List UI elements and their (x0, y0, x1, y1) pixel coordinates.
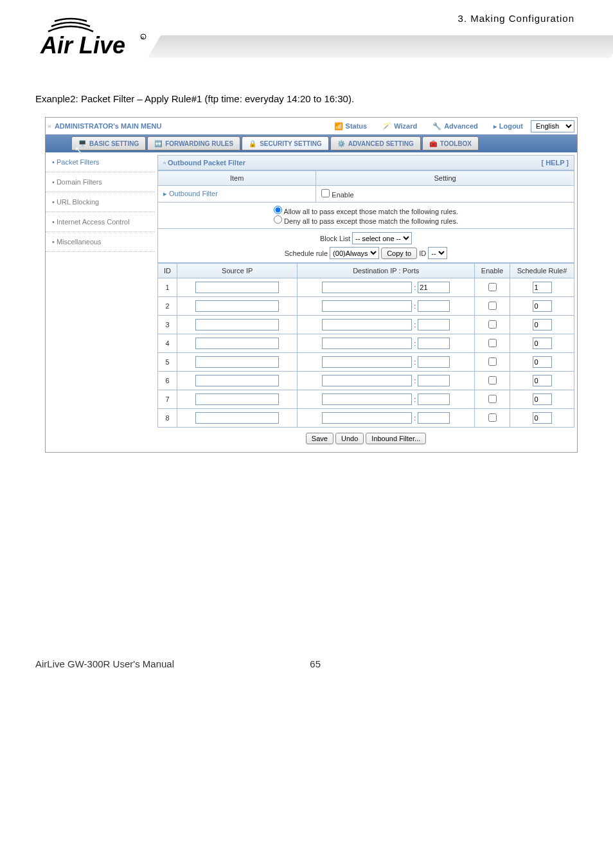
block-list-select[interactable]: -- select one -- (352, 232, 412, 244)
schedule-rule-input[interactable] (533, 282, 552, 293)
dest-ip-input[interactable] (322, 300, 412, 312)
source-ip-input[interactable] (195, 319, 279, 330)
deny-label: Deny all to pass except those match the … (284, 217, 458, 225)
source-ip-input[interactable] (195, 375, 279, 386)
sidebar-domain-filters-label: Domain Filters (57, 178, 102, 186)
deny-radio[interactable] (274, 215, 282, 224)
tab-advanced[interactable]: 🔧 Advanced (425, 122, 486, 131)
dest-ip-input[interactable] (322, 356, 412, 368)
row-enable-checkbox[interactable] (488, 413, 497, 422)
admin-menu-title: ADMINISTRATOR's MAIN MENU (51, 122, 326, 130)
pass-rules-cell: Allow all to pass except those match the… (158, 203, 574, 229)
id-select[interactable]: -- (428, 247, 447, 259)
airlive-logo: Air Live R (35, 10, 151, 63)
sidebar-item-packet-filters[interactable]: • Packet Filters (46, 152, 155, 172)
nav-advanced-setting[interactable]: ⚙️ ADVANCED SETTING (330, 136, 421, 150)
source-ip-input[interactable] (195, 356, 279, 368)
save-button[interactable]: Save (306, 433, 333, 444)
col-item: Item (158, 171, 316, 186)
sidebar-item-miscellaneous[interactable]: • Miscellaneous (46, 232, 155, 252)
sidebar-item-url-blocking[interactable]: • URL Blocking (46, 192, 155, 212)
row-id: 2 (158, 297, 177, 316)
schedule-rule-input[interactable] (533, 356, 552, 368)
source-ip-input[interactable] (195, 300, 279, 312)
row-enable-checkbox[interactable] (488, 357, 497, 366)
nav-forwarding-rules[interactable]: ↔️ FORWARDING RULES (147, 136, 240, 150)
enable-label: Enable (332, 191, 353, 199)
enable-checkbox[interactable] (321, 189, 330, 197)
port-input[interactable] (418, 375, 450, 386)
inbound-filter-button[interactable]: Inbound Filter... (366, 433, 426, 444)
sidebar-misc-label: Miscellaneous (57, 238, 102, 246)
row-enable-checkbox[interactable] (488, 376, 497, 384)
allow-radio[interactable] (274, 206, 282, 214)
dest-ip-input[interactable] (322, 319, 412, 330)
nav-toolbox[interactable]: 🧰 TOOLBOX (422, 136, 479, 150)
language-select[interactable]: English (531, 120, 574, 132)
schedule-rule-input[interactable] (533, 300, 552, 312)
example-caption: Exanple2: Packet Filter – Apply Rule#1 (… (35, 93, 613, 104)
row-id: 5 (158, 353, 177, 372)
port-input[interactable] (418, 338, 450, 349)
help-link[interactable]: [ HELP ] (541, 159, 569, 167)
sidebar-url-blocking-label: URL Blocking (57, 198, 99, 206)
breadcrumb: 3. Making Configuration (458, 13, 574, 24)
source-ip-input[interactable] (195, 338, 279, 349)
row-id: 4 (158, 334, 177, 353)
col-rule-hdr: Schedule Rule# (510, 264, 574, 278)
port-input[interactable] (418, 282, 450, 293)
security-icon: 🔒 (249, 140, 256, 147)
source-ip-input[interactable] (195, 412, 279, 424)
router-config-window: ▫ ADMINISTRATOR's MAIN MENU 📶 Status 🪄 W… (45, 117, 578, 453)
schedule-rule-label: Schedule rule (285, 249, 328, 257)
row-enable-checkbox[interactable] (488, 339, 497, 347)
source-ip-input[interactable] (195, 282, 279, 293)
dest-ip-input[interactable] (322, 282, 412, 293)
svg-text:Air Live: Air Live (40, 32, 125, 59)
copy-to-button[interactable]: Copy to (381, 248, 417, 259)
dest-ip-input[interactable] (322, 338, 412, 349)
panel-title: ▫ Outbound Packet Filter (163, 159, 245, 167)
port-input[interactable] (418, 412, 450, 424)
schedule-rule-input[interactable] (533, 412, 552, 424)
allow-label: Allow all to pass except those match the… (283, 208, 458, 215)
schedule-rule-input[interactable] (533, 375, 552, 386)
nav-security-setting[interactable]: 🔒 SECURITY SETTING (242, 136, 329, 150)
nav-toolbox-label: TOOLBOX (440, 140, 472, 147)
tab-status[interactable]: 📶 Status (326, 122, 375, 131)
sidebar-item-domain-filters[interactable]: • Domain Filters (46, 172, 155, 192)
outbound-filter-item: ▸ Outbound Filter (158, 186, 316, 203)
nav-adv-label: ADVANCED SETTING (348, 140, 414, 147)
nav-basic-setting[interactable]: 🖥️ BASIC SETTING (71, 136, 146, 150)
row-id: 3 (158, 316, 177, 334)
sidebar-internet-access-label: Internet Access Control (57, 218, 130, 226)
port-input[interactable] (418, 393, 450, 405)
schedule-rule-input[interactable] (533, 319, 552, 330)
schedule-rule-select[interactable]: (00)Always (330, 247, 379, 259)
tab-wizard[interactable]: 🪄 Wizard (375, 122, 425, 131)
port-input[interactable] (418, 356, 450, 368)
port-input[interactable] (418, 319, 450, 330)
port-input[interactable] (418, 300, 450, 312)
id-label: ID (419, 249, 426, 257)
row-enable-checkbox[interactable] (488, 320, 497, 329)
advanced-label: Advanced (444, 122, 478, 130)
row-id: 6 (158, 372, 177, 390)
table-row: 7 : (158, 390, 574, 409)
status-icon: 📶 (334, 122, 343, 131)
dest-ip-input[interactable] (322, 412, 412, 424)
schedule-rule-input[interactable] (533, 338, 552, 349)
logout-link[interactable]: ▸ Logout (486, 122, 531, 130)
undo-button[interactable]: Undo (335, 433, 364, 444)
row-id: 7 (158, 390, 177, 409)
logout-label: Logout (499, 122, 523, 130)
schedule-rule-input[interactable] (533, 393, 552, 405)
source-ip-input[interactable] (195, 393, 279, 405)
dest-ip-input[interactable] (322, 375, 412, 386)
dest-ip-input[interactable] (322, 393, 412, 405)
row-enable-checkbox[interactable] (488, 395, 497, 403)
row-enable-checkbox[interactable] (488, 302, 497, 310)
decorative-bar (148, 35, 613, 58)
sidebar-item-internet-access[interactable]: • Internet Access Control (46, 212, 155, 232)
row-enable-checkbox[interactable] (488, 283, 497, 291)
